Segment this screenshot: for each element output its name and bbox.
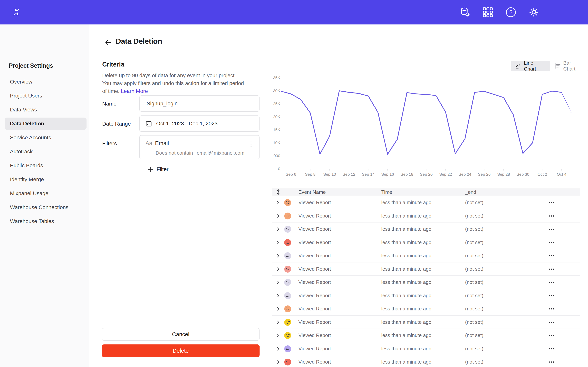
sidebar-item-warehouse-connections[interactable]: Warehouse Connections bbox=[5, 201, 86, 214]
name-input[interactable] bbox=[140, 96, 259, 111]
kebab-horizontal-icon[interactable] bbox=[549, 347, 557, 350]
kebab-horizontal-icon[interactable] bbox=[549, 360, 557, 364]
cancel-button[interactable]: Cancel bbox=[102, 328, 259, 341]
svg-text:Oct 2: Oct 2 bbox=[537, 172, 547, 176]
table-row[interactable]: Viewed Report less than a minute ago (no… bbox=[272, 342, 580, 356]
sidebar-item-warehouse-tables[interactable]: Warehouse Tables bbox=[5, 215, 86, 227]
sidebar-item-mixpanel-usage[interactable]: Mixpanel Usage bbox=[5, 187, 86, 200]
criteria-description: Delete up to 90 days of data for any eve… bbox=[102, 72, 244, 95]
time-cell: less than a minute ago bbox=[381, 329, 432, 342]
line-chart-toggle[interactable]: Line Chart bbox=[511, 61, 550, 71]
svg-text:25K: 25K bbox=[273, 101, 280, 106]
user-avatar bbox=[284, 345, 291, 352]
top-navigation-bar: X bbox=[0, 0, 588, 25]
kebab-horizontal-icon[interactable] bbox=[549, 214, 557, 218]
table-row[interactable]: Viewed Report less than a minute ago (no… bbox=[272, 316, 580, 329]
chevron-right-icon[interactable] bbox=[276, 240, 280, 245]
end-cell: (not set) bbox=[465, 329, 483, 342]
date-range-field[interactable]: Oct 1, 2023 - Dec 1, 2023 bbox=[139, 116, 259, 132]
table-row[interactable]: Viewed Report less than a minute ago (no… bbox=[272, 236, 580, 249]
table-row[interactable]: Viewed Report less than a minute ago (no… bbox=[272, 289, 580, 302]
events-table: Event Name Time _end Viewed Report less … bbox=[272, 188, 580, 367]
time-cell: less than a minute ago bbox=[381, 355, 432, 367]
svg-text:Sep 30: Sep 30 bbox=[517, 172, 529, 176]
sidebar-item-project-users[interactable]: Project Users bbox=[5, 90, 86, 102]
kebab-horizontal-icon[interactable] bbox=[549, 307, 557, 311]
bar-chart-toggle[interactable]: Bar Chart bbox=[550, 61, 588, 71]
table-row[interactable]: Viewed Report less than a minute ago (no… bbox=[272, 302, 580, 316]
table-row[interactable]: Viewed Report less than a minute ago (no… bbox=[272, 329, 580, 342]
chevron-right-icon[interactable] bbox=[276, 306, 280, 311]
event-name-cell: Viewed Report bbox=[298, 262, 331, 276]
column-header-event-name: Event Name bbox=[298, 188, 326, 196]
date-range-label: Date Range bbox=[102, 121, 131, 127]
filter-value[interactable]: email@mixpanel.com bbox=[197, 150, 244, 156]
delete-button[interactable]: Delete bbox=[102, 344, 259, 357]
kebab-horizontal-icon[interactable] bbox=[549, 321, 557, 324]
chevron-right-icon[interactable] bbox=[276, 200, 280, 205]
sidebar-item-data-views[interactable]: Data Views bbox=[5, 104, 86, 116]
table-row[interactable]: Viewed Report less than a minute ago (no… bbox=[272, 249, 580, 262]
sidebar-item-autotrack[interactable]: Autotrack bbox=[5, 145, 86, 158]
table-row[interactable]: Viewed Report less than a minute ago (no… bbox=[272, 262, 580, 276]
back-arrow-icon[interactable] bbox=[104, 39, 112, 46]
property-type-badge: Aa bbox=[146, 140, 152, 146]
chevron-right-icon[interactable] bbox=[276, 293, 280, 298]
sidebar-title: Project Settings bbox=[9, 62, 53, 69]
user-avatar bbox=[284, 279, 291, 286]
user-avatar bbox=[284, 266, 291, 273]
column-header-time: Time bbox=[381, 188, 392, 196]
event-name-cell: Viewed Report bbox=[298, 196, 331, 209]
kebab-horizontal-icon[interactable] bbox=[549, 334, 557, 337]
kebab-horizontal-icon[interactable] bbox=[549, 227, 557, 231]
apps-grid-icon[interactable] bbox=[482, 6, 494, 18]
data-management-icon[interactable] bbox=[459, 6, 471, 18]
end-cell: (not set) bbox=[465, 249, 483, 262]
mixpanel-x-logo[interactable]: X bbox=[10, 6, 23, 19]
end-cell: (not set) bbox=[465, 196, 483, 209]
sort-up-down-icon[interactable] bbox=[276, 189, 281, 196]
chevron-right-icon[interactable] bbox=[276, 214, 280, 218]
svg-text:20K: 20K bbox=[273, 115, 280, 119]
kebab-horizontal-icon[interactable] bbox=[549, 281, 557, 284]
kebab-horizontal-icon[interactable] bbox=[549, 294, 557, 297]
chevron-right-icon[interactable] bbox=[276, 227, 280, 232]
chevron-right-icon[interactable] bbox=[276, 253, 280, 258]
filter-operator[interactable]: Does not contain bbox=[156, 150, 193, 156]
sidebar-item-data-deletion[interactable]: Data Deletion bbox=[5, 117, 86, 130]
kebab-horizontal-icon[interactable] bbox=[549, 254, 557, 258]
kebab-horizontal-icon[interactable] bbox=[549, 241, 557, 244]
table-row[interactable]: Viewed Report less than a minute ago (no… bbox=[272, 209, 580, 223]
svg-text:35K: 35K bbox=[273, 75, 280, 80]
chevron-right-icon[interactable] bbox=[276, 333, 280, 338]
table-row[interactable]: Viewed Report less than a minute ago (no… bbox=[272, 196, 580, 209]
time-cell: less than a minute ago bbox=[381, 289, 432, 302]
time-cell: less than a minute ago bbox=[381, 302, 432, 316]
chevron-right-icon[interactable] bbox=[276, 359, 280, 365]
add-filter-button[interactable]: Filter bbox=[148, 166, 168, 172]
learn-more-link[interactable]: Learn More bbox=[121, 88, 148, 94]
sidebar-item-public-boards[interactable]: Public Boards bbox=[5, 159, 86, 172]
chevron-right-icon[interactable] bbox=[276, 267, 280, 272]
chevron-right-icon[interactable] bbox=[276, 280, 280, 285]
settings-gear-icon[interactable] bbox=[528, 6, 540, 18]
criteria-heading: Criteria bbox=[102, 61, 267, 68]
end-cell: (not set) bbox=[465, 223, 483, 236]
end-cell: (not set) bbox=[465, 209, 483, 223]
table-row[interactable]: Viewed Report less than a minute ago (no… bbox=[272, 355, 580, 367]
table-row[interactable]: Viewed Report less than a minute ago (no… bbox=[272, 223, 580, 236]
filter-card[interactable]: Aa Email Does not contain email@mixpanel… bbox=[139, 135, 259, 159]
kebab-horizontal-icon[interactable] bbox=[549, 201, 557, 204]
kebab-horizontal-icon[interactable] bbox=[549, 267, 557, 271]
bar-chart-icon bbox=[555, 63, 561, 69]
help-icon[interactable]: ? bbox=[505, 6, 517, 18]
line-chart-icon bbox=[515, 63, 522, 69]
time-cell: less than a minute ago bbox=[381, 262, 432, 276]
sidebar-item-service-accounts[interactable]: Service Accounts bbox=[5, 132, 86, 144]
chevron-right-icon[interactable] bbox=[276, 320, 280, 325]
kebab-vertical-icon[interactable] bbox=[248, 140, 254, 148]
chevron-right-icon[interactable] bbox=[276, 346, 280, 351]
sidebar-item-overview[interactable]: Overview bbox=[5, 76, 86, 88]
sidebar-item-identity-merge[interactable]: Identity Merge bbox=[5, 173, 86, 186]
table-row[interactable]: Viewed Report less than a minute ago (no… bbox=[272, 276, 580, 289]
